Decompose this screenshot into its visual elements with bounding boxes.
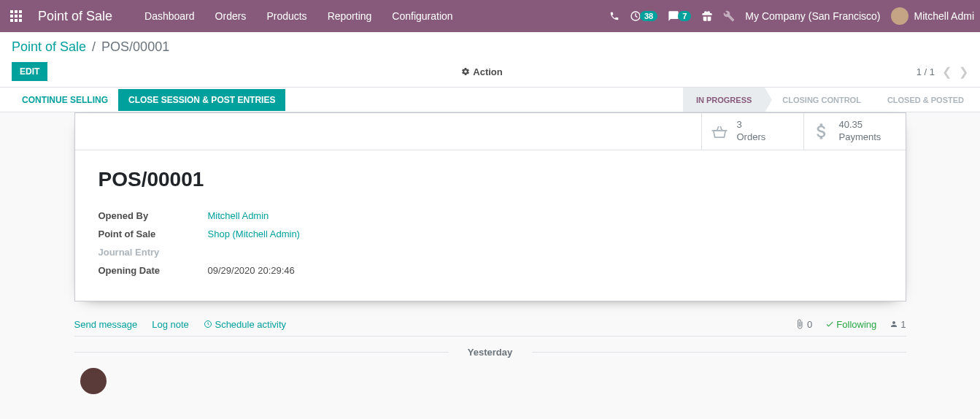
pager-prev[interactable]: ❮: [942, 65, 952, 79]
send-message-button[interactable]: Send message: [74, 319, 138, 330]
action-dropdown[interactable]: Action: [461, 66, 502, 77]
svg-rect-5: [19, 15, 22, 18]
follower-count: 1: [900, 319, 906, 330]
nav-item-products[interactable]: Products: [258, 6, 315, 26]
user-menu[interactable]: Mitchell Admi: [891, 7, 974, 25]
status-closed-posted[interactable]: Closed & Posted: [874, 88, 977, 112]
breadcrumb-sep: /: [92, 39, 96, 55]
svg-rect-8: [19, 19, 22, 22]
log-note-button[interactable]: Log note: [152, 319, 189, 330]
nav-right: 38 7 My Company (San Francisco) Mitchell…: [609, 7, 974, 25]
svg-rect-4: [15, 15, 18, 18]
nav-item-configuration[interactable]: Configuration: [383, 6, 461, 26]
gear-icon: [461, 67, 470, 76]
control-panel: Point of Sale / POS/00001 Edit Action 1 …: [0, 32, 980, 88]
messages-badge: 7: [678, 11, 691, 21]
person-icon: [890, 320, 898, 328]
breadcrumb: Point of Sale / POS/00001: [12, 39, 169, 55]
nav-item-reporting[interactable]: Reporting: [319, 6, 381, 26]
avatar: [891, 7, 908, 25]
stat-orders[interactable]: 3 Orders: [701, 113, 803, 150]
dollar-icon: [811, 121, 832, 142]
gift-icon[interactable]: [701, 10, 713, 22]
svg-rect-7: [15, 19, 18, 22]
edit-button[interactable]: Edit: [12, 62, 47, 81]
basket-icon: [709, 121, 730, 142]
continue-selling-button[interactable]: Continue Selling: [12, 89, 118, 111]
message-avatar: [80, 368, 107, 394]
clock-icon: [204, 320, 212, 328]
phone-icon[interactable]: [609, 11, 620, 21]
label-opening-date: Opening Date: [99, 264, 208, 277]
message-item: [74, 358, 906, 404]
messages-icon[interactable]: 7: [668, 10, 691, 22]
breadcrumb-current: POS/00001: [101, 39, 169, 55]
stat-payments-label: Payments: [839, 131, 881, 144]
nav-item-orders[interactable]: Orders: [207, 6, 255, 26]
svg-rect-0: [10, 10, 13, 13]
close-session-button[interactable]: Close Session & Post Entries: [118, 89, 285, 111]
record-title: POS/00001: [99, 168, 882, 191]
value-point-of-sale[interactable]: Shop (Mitchell Admin): [208, 227, 300, 241]
value-opening-date: 09/29/2020 20:29:46: [208, 264, 295, 277]
svg-rect-2: [19, 10, 22, 13]
stat-orders-label: Orders: [737, 131, 766, 144]
top-nav: Point of Sale Dashboard Orders Products …: [0, 0, 980, 32]
date-separator: Yesterday: [74, 347, 906, 358]
status-steps: In Progress Closing Control Closed & Pos…: [683, 88, 977, 112]
apps-icon[interactable]: [6, 6, 26, 26]
field-group: Opened By Mitchell Admin Point of Sale S…: [99, 209, 882, 277]
pager-next[interactable]: ❯: [959, 65, 968, 79]
followers-button[interactable]: 1: [890, 319, 906, 330]
form-sheet: 3 Orders 40.35 Payments POS/00001 Opened…: [74, 112, 906, 301]
status-bar: Continue Selling Close Session & Post En…: [0, 88, 980, 112]
svg-rect-1: [15, 10, 18, 13]
breadcrumb-root[interactable]: Point of Sale: [12, 39, 86, 55]
following-button[interactable]: Following: [825, 319, 876, 330]
svg-rect-6: [10, 19, 13, 22]
value-opened-by[interactable]: Mitchell Admin: [208, 209, 269, 223]
nav-menu: Dashboard Orders Products Reporting Conf…: [136, 6, 462, 26]
activity-icon[interactable]: 38: [630, 10, 657, 22]
schedule-activity-label: Schedule activity: [215, 319, 286, 330]
stat-row: 3 Orders 40.35 Payments: [75, 113, 906, 150]
action-label: Action: [473, 66, 502, 77]
svg-rect-3: [10, 15, 13, 18]
pager: 1 / 1 ❮ ❯: [917, 65, 968, 79]
tools-icon[interactable]: [723, 10, 735, 22]
activity-badge: 38: [640, 11, 657, 21]
chatter: Send message Log note Schedule activity …: [74, 301, 906, 404]
stat-payments[interactable]: 40.35 Payments: [803, 113, 906, 150]
label-opened-by: Opened By: [99, 209, 208, 223]
company-selector[interactable]: My Company (San Francisco): [745, 10, 880, 22]
stat-payments-amount: 40.35: [839, 119, 881, 131]
following-label: Following: [836, 319, 876, 330]
attachment-count: 0: [807, 319, 812, 330]
schedule-activity-button[interactable]: Schedule activity: [204, 319, 286, 330]
label-point-of-sale: Point of Sale: [99, 227, 208, 241]
stat-orders-count: 3: [737, 119, 766, 131]
pager-value[interactable]: 1 / 1: [917, 66, 935, 77]
status-in-progress[interactable]: In Progress: [683, 88, 765, 112]
nav-item-dashboard[interactable]: Dashboard: [136, 6, 204, 26]
attachment-button[interactable]: 0: [795, 319, 812, 330]
user-name: Mitchell Admi: [914, 10, 974, 22]
paperclip-icon: [795, 319, 805, 329]
check-icon: [825, 320, 834, 328]
brand[interactable]: Point of Sale: [38, 9, 112, 24]
label-journal-entry: Journal Entry: [99, 245, 208, 259]
status-closing-control[interactable]: Closing Control: [765, 88, 874, 112]
